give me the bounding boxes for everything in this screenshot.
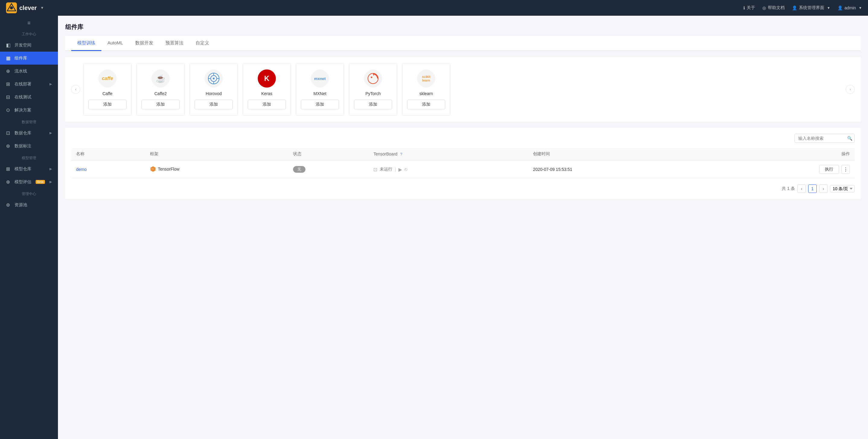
sidebar-item-solutions[interactable]: ⊙ 解决方案 [0, 104, 58, 117]
devspace-icon: ◧ [6, 42, 11, 48]
tab-custom[interactable]: 自定义 [189, 36, 215, 51]
sidebar-item-online-deploy[interactable]: ⊞ 在线部署 ▶ [0, 78, 58, 91]
tensorboard-link-icon[interactable]: ⎋ [404, 167, 407, 172]
sidebar-resourcepool-label: 资源池 [14, 202, 27, 208]
model-eval-icon: ⊕ [6, 179, 11, 185]
tensorboard-play-icon[interactable]: ▶ [398, 167, 402, 172]
main-content: 组件库 模型训练 AutoML 数据开发 预置算法 自定义 ‹ caffe Ca… [58, 16, 868, 439]
sidebar-dataannotation-label: 数据标注 [14, 143, 31, 149]
nav-about[interactable]: ℹ 关于 [743, 5, 755, 10]
keras-name: Keras [261, 91, 273, 96]
scroll-right-btn[interactable]: › [846, 85, 855, 94]
logo-area[interactable]: clever ▼ [6, 2, 60, 13]
more-actions-btn[interactable]: ⋮ [841, 165, 850, 174]
status-badge: 无 [293, 166, 305, 173]
data-table: 名称 框架 状态 TensorBoard ? 创建时间 操作 demo [71, 148, 855, 178]
separator: | [395, 167, 396, 172]
sidebar-item-model-eval[interactable]: ⊕ 模型评估 Beta ▶ [0, 175, 58, 188]
tab-data-dev[interactable]: 数据开发 [129, 36, 159, 51]
horovod-icon [205, 69, 223, 88]
caffe2-icon: ☕ [152, 69, 169, 88]
component-card-keras: K Keras 添加 [243, 63, 291, 116]
caffe-name: Caffe [102, 91, 112, 96]
sidebar-item-data-annotation[interactable]: ⊛ 数据标注 [0, 140, 58, 152]
sidebar-menu-toggle[interactable]: ≡ [0, 16, 58, 29]
app-name: clever [19, 4, 37, 11]
col-status: 状态 [288, 148, 369, 160]
search-icon[interactable]: 🔍 [847, 136, 852, 141]
online-test-icon: ⊟ [6, 94, 11, 100]
model-warehouse-arrow: ▶ [50, 167, 52, 171]
sidebar-datawarehouse-label: 数据仓库 [14, 130, 31, 136]
component-card-caffe2: ☕ Caffe2 添加 [136, 63, 185, 116]
sidebar-item-model-warehouse[interactable]: ⊠ 模型仓库 ▶ [0, 163, 58, 175]
row-status-cell: 无 [288, 160, 369, 178]
sidebar-item-component-lib[interactable]: ▦ 组件库 [0, 52, 58, 65]
prev-page-btn[interactable]: ‹ [797, 184, 806, 193]
component-card-caffe: caffe Caffe 添加 [83, 63, 132, 116]
component-card-mxnet: mxnet MXNet 添加 [296, 63, 344, 116]
sidebar-devspace-label: 开发空间 [14, 42, 31, 48]
sidebar-item-resource-pool[interactable]: ⊛ 资源池 [0, 198, 58, 211]
table-toolbar: 🔍 [71, 134, 855, 143]
caffe-add-btn[interactable]: 添加 [88, 100, 126, 109]
sidebar-item-data-warehouse[interactable]: ⊡ 数据仓库 ▶ [0, 126, 58, 140]
svg-point-11 [371, 77, 372, 78]
svg-point-10 [368, 74, 378, 84]
keras-add-btn[interactable]: 添加 [248, 100, 286, 109]
col-created-time: 创建时间 [528, 148, 707, 160]
per-page-select[interactable]: 10 条/页 20 条/页 50 条/页 [830, 185, 855, 192]
col-action: 操作 [707, 148, 855, 160]
row-action-cell: 执行 ⋮ [707, 160, 855, 178]
solutions-icon: ⊙ [6, 107, 11, 113]
online-deploy-arrow: ▶ [50, 82, 52, 86]
tab-bar: 模型训练 AutoML 数据开发 预置算法 自定义 [65, 36, 861, 51]
search-wrap: 🔍 [794, 134, 855, 143]
tensorboard-monitor-icon[interactable]: ⊡ [373, 167, 377, 172]
scroll-left-btn[interactable]: ‹ [71, 85, 80, 94]
data-warehouse-arrow: ▶ [50, 131, 52, 135]
nav-help-docs[interactable]: ◎ 帮助文档 [763, 5, 785, 10]
component-card-sklearn: scikitlearn sklearn 添加 [402, 63, 450, 116]
pytorch-add-btn[interactable]: 添加 [354, 100, 392, 109]
nav-help-label: 帮助文档 [768, 5, 785, 10]
execute-btn[interactable]: 执行 [819, 165, 839, 174]
cards-container: ‹ caffe Caffe 添加 ☕ Caffe2 添加 [65, 57, 861, 122]
caffe2-name: Caffe2 [155, 91, 167, 96]
table-row: demo TF TensorFlow 无 [71, 160, 855, 178]
nav-system-mgmt[interactable]: 👤 系统管理界面 ▼ [792, 5, 830, 10]
sidebar-modeleval-label: 模型评估 [14, 179, 31, 185]
tab-preset-algo[interactable]: 预置算法 [159, 36, 189, 51]
mxnet-add-btn[interactable]: 添加 [301, 100, 339, 109]
tab-model-training[interactable]: 模型训练 [71, 36, 101, 51]
row-name-link[interactable]: demo [76, 167, 87, 172]
sidebar-item-devspace[interactable]: ◧ 开发空间 [0, 39, 58, 52]
admin-icon: 👤 [838, 5, 843, 10]
sysmgmt-dropdown-arrow: ▼ [827, 6, 830, 10]
top-nav: clever ▼ ℹ 关于 ◎ 帮助文档 👤 系统管理界面 ▼ 👤 admin … [0, 0, 868, 16]
sklearn-add-btn[interactable]: 添加 [407, 100, 445, 109]
search-input[interactable] [794, 134, 855, 143]
logo-dropdown-arrow[interactable]: ▼ [40, 6, 44, 10]
nav-about-label: 关于 [747, 5, 755, 10]
horovod-add-btn[interactable]: 添加 [195, 100, 233, 109]
sidebar-item-pipeline[interactable]: ⊕ 流水线 [0, 65, 58, 78]
current-page[interactable]: 1 [808, 184, 817, 193]
tensorboard-status: 未运行 [380, 167, 392, 172]
caffe2-add-btn[interactable]: 添加 [142, 100, 180, 109]
tensorboard-help-icon[interactable]: ? [400, 152, 402, 156]
sidebar-item-online-test[interactable]: ⊟ 在线测试 [0, 91, 58, 104]
sidebar-datamgmt-label: 数据管理 [0, 117, 58, 126]
nav-admin[interactable]: 👤 admin ▼ [838, 5, 862, 10]
horovod-name: Horovod [206, 91, 222, 96]
nav-admin-label: admin [844, 5, 856, 10]
row-created-time-cell: 2020-07-09 15:53:51 [528, 160, 707, 178]
model-warehouse-icon: ⊠ [6, 166, 11, 172]
sidebar-admin-label: 管理中心 [0, 188, 58, 198]
nav-right: ℹ 关于 ◎ 帮助文档 👤 系统管理界面 ▼ 👤 admin ▼ [743, 5, 862, 10]
tab-automl[interactable]: AutoML [101, 36, 129, 51]
next-page-btn[interactable]: › [819, 184, 828, 193]
sidebar-componentlib-label: 组件库 [14, 56, 27, 61]
pipeline-icon: ⊕ [6, 68, 11, 74]
sklearn-icon: scikitlearn [417, 69, 435, 88]
